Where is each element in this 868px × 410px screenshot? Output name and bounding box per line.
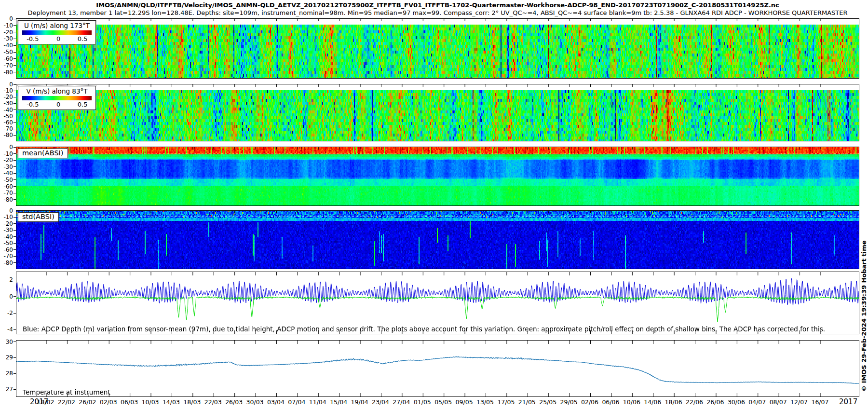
y-tick-mark [14, 135, 16, 136]
y-tick-label: -50 [0, 240, 13, 246]
std-absi-label: std(ABSI) [18, 212, 59, 222]
panel-u-velocity: U (m/s) along 173°T -0.5 0 0.5 0-10-20-3… [16, 18, 859, 79]
y-tick-mark [14, 52, 16, 53]
panel-mean-absi: mean(ABSI) 0-10-20-30-40-50-60-70-80 [16, 147, 859, 206]
y-tick-mark [14, 91, 16, 91]
y-tick-label: -30 [0, 100, 13, 107]
y-tick-label: 29 [0, 354, 13, 361]
year-label-right: 2017 [839, 397, 857, 406]
u-velocity-legend: U (m/s) along 173°T -0.5 0 0.5 [18, 20, 96, 44]
y-tick-label: 0 [0, 293, 13, 300]
y-tick-mark [14, 389, 16, 390]
y-tick-label: -60 [0, 55, 13, 62]
y-tick-label: -30 [0, 164, 13, 170]
year-label-left: 2017 [30, 397, 48, 406]
y-tick-label: -10 [0, 87, 13, 94]
y-tick-mark [14, 223, 16, 224]
y-tick-mark [14, 243, 16, 244]
y-tick-mark [14, 122, 16, 123]
x-tick-label: 02/06 [581, 398, 598, 406]
x-tick-label: 14/03 [163, 398, 180, 406]
x-tick-label: 16/07 [811, 398, 828, 406]
y-tick-mark [14, 45, 16, 46]
y-tick-mark [14, 296, 16, 297]
x-tick-label: 30/06 [728, 398, 745, 406]
x-tick-label: 22/06 [686, 398, 703, 406]
y-tick-mark [14, 373, 16, 374]
y-tick-label: 0 [0, 81, 13, 88]
x-tick-label: 03/04 [267, 398, 285, 406]
y-tick-mark [14, 256, 16, 257]
u-legend-colorbar [22, 30, 92, 35]
u-velocity-heatmap [16, 19, 859, 78]
y-tick-mark [14, 357, 16, 358]
y-tick-mark [14, 19, 16, 19]
y-tick-mark [14, 179, 16, 180]
date-axis-labels: 18/0222/0226/0202/0306/0310/0314/0318/03… [16, 398, 859, 408]
y-tick-label: -30 [0, 227, 13, 233]
x-tick-label: 18/06 [665, 398, 682, 406]
figure-subtitle-deployment: Deployment 13, member 1 lat=12.29S lon=1… [16, 9, 859, 16]
y-tick-mark [14, 173, 16, 174]
y-tick-label: -40 [0, 42, 13, 49]
x-tick-label: 04/07 [748, 398, 766, 406]
y-tick-mark [14, 160, 16, 161]
x-tick-label: 11/04 [309, 398, 326, 406]
y-tick-mark [14, 103, 16, 104]
y-tick-label: 0 [0, 144, 13, 150]
y-tick-label: -60 [0, 183, 13, 190]
y-tick-mark [14, 262, 16, 263]
mean-absi-heatmap [16, 147, 859, 205]
panel-depth-variation: Blue: ADCP Depth (m) variation from sens… [16, 272, 859, 334]
y-tick-mark [14, 72, 16, 72]
x-tick-label: 07/04 [288, 398, 305, 406]
panel-v-velocity: V (m/s) along 83°T -0.5 0 0.5 0-10-20-30… [16, 84, 859, 141]
y-tick-label: -10 [0, 150, 13, 157]
imos-copyright-watermark: © IMOS 29-Feb-2024 19:39:39 Hobart time [860, 184, 868, 392]
v-legend-tick: 0.5 [78, 101, 88, 108]
mean-absi-label: mean(ABSI) [18, 149, 68, 158]
y-tick-label: -50 [0, 49, 13, 55]
x-tick-label: 26/06 [706, 398, 724, 406]
y-tick-label: 27 [0, 386, 13, 393]
y-tick-label: -80 [0, 132, 13, 138]
x-tick-label: 22/03 [204, 398, 222, 406]
x-tick-label: 06/03 [121, 398, 138, 406]
y-tick-mark [14, 193, 16, 193]
x-tick-label: 27/04 [393, 398, 410, 406]
y-tick-label: -2 [0, 310, 13, 316]
y-tick-mark [14, 211, 16, 211]
x-tick-label: 10/06 [623, 398, 640, 406]
y-tick-label: -20 [0, 29, 13, 36]
figure-title-filename: IMOS/ANMN/QLD/ITFFTB/Velocity/IMOS_ANMN-… [16, 1, 859, 9]
u-legend-tick: 0 [56, 35, 60, 42]
y-tick-label: -80 [0, 69, 13, 76]
y-tick-mark [14, 39, 16, 39]
y-tick-mark [14, 313, 16, 314]
y-tick-mark [14, 342, 16, 342]
y-tick-mark [14, 97, 16, 97]
x-tick-label: 29/05 [560, 398, 578, 406]
y-tick-label: -60 [0, 246, 13, 253]
x-tick-label: 15/04 [330, 398, 347, 406]
u-legend-title: U (m/s) along 173°T [20, 22, 94, 29]
panel-temperature: Temperature at instrument 30292827 [16, 340, 859, 397]
y-tick-label: -20 [0, 94, 13, 100]
y-tick-label: 0 [0, 207, 13, 214]
x-tick-label: 23/04 [372, 398, 389, 406]
x-tick-label: 08/07 [770, 398, 787, 406]
v-legend-colorbar [22, 96, 92, 100]
x-tick-label: 22/02 [58, 398, 75, 406]
y-tick-mark [14, 166, 16, 167]
x-tick-label: 30/03 [246, 398, 264, 406]
y-tick-label: -10 [0, 22, 13, 29]
y-tick-mark [14, 129, 16, 129]
y-tick-label: -4 [0, 326, 13, 333]
x-tick-label: 26/02 [79, 398, 96, 406]
y-tick-label: -40 [0, 170, 13, 177]
adcp-figure: IMOS/ANMN/QLD/ITFFTB/Velocity/IMOS_ANMN-… [0, 0, 868, 410]
y-tick-label: -70 [0, 62, 13, 69]
y-tick-label: -60 [0, 119, 13, 126]
y-tick-label: -50 [0, 113, 13, 120]
y-tick-mark [14, 186, 16, 187]
